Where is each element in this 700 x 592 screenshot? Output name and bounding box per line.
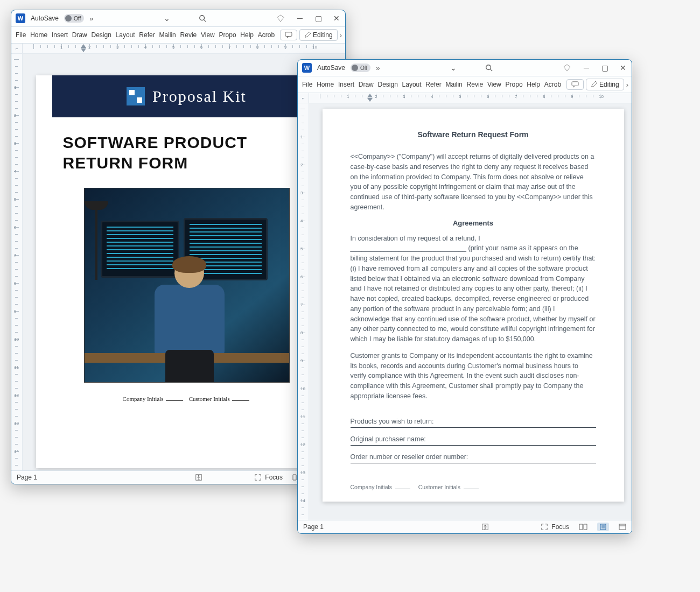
qat-overflow-icon[interactable]: » [376,64,380,72]
read-mode-icon[interactable] [579,524,587,530]
tab-home[interactable]: Home [316,79,335,90]
svg-line-1 [204,20,206,22]
svg-marker-14 [564,65,570,71]
autosave-state: Off [360,65,367,71]
tab-view[interactable]: View [486,79,502,90]
svg-marker-2 [277,15,284,22]
tab-references[interactable]: Refer [424,79,442,90]
minimize-button[interactable]: ─ [296,14,304,23]
tab-file[interactable]: File [15,29,27,41]
dropdown-icon[interactable]: ⌄ [163,14,171,23]
maximize-button[interactable]: ▢ [600,64,609,72]
tab-help[interactable]: Help [239,29,254,41]
proposal-kit-logo-icon [127,87,145,105]
ribbon: File Home Insert Draw Design Layout Refe… [298,76,632,93]
tab-design[interactable]: Design [90,29,113,41]
ribbon-overflow-icon[interactable]: › [626,81,628,89]
document-page: Software Return Request Form <<Company>>… [323,109,624,502]
vertical-ruler[interactable]: 123456789101112131415 [11,54,23,470]
search-icon[interactable] [198,14,207,23]
tab-insert[interactable]: Insert [337,79,355,90]
svg-rect-15 [572,82,578,86]
diamond-icon[interactable] [276,14,285,23]
web-layout-icon[interactable] [619,524,626,530]
hanging-indent[interactable] [81,48,86,52]
tab-references[interactable]: Refer [138,29,156,41]
accessibility-icon[interactable] [195,474,202,481]
hanging-indent[interactable] [367,98,373,102]
intro-paragraph: <<Company>> ("Company") will accept retu… [351,152,596,213]
field-purchaser: Original purchaser name: [351,435,596,446]
audit-paragraph: Customer grants to Company or its indepe… [351,351,596,401]
field-order: Order number or reseller order number: [351,453,596,463]
tab-layout[interactable]: Layout [115,29,136,41]
horizontal-ruler[interactable]: ⌐ 12345678910 [298,93,632,103]
svg-point-12 [486,65,491,70]
tab-mailings[interactable]: Mailin [444,79,463,90]
editing-mode-button[interactable]: Editing [586,79,624,90]
editing-label: Editing [313,31,333,39]
tab-acrobat[interactable]: Acrob [257,29,276,41]
initials-footer: Company Initials Customer Initials [36,396,338,402]
ribbon-overflow-icon[interactable]: › [340,31,342,39]
tab-draw[interactable]: Draw [358,79,375,90]
page-indicator[interactable]: Page 1 [303,523,324,531]
tab-layout[interactable]: Layout [401,79,423,90]
focus-mode-button[interactable]: Focus [254,474,283,481]
tab-review[interactable]: Revie [466,79,484,90]
brand-name: Proposal Kit [152,87,247,105]
maximize-button[interactable]: ▢ [314,14,323,23]
diamond-icon[interactable] [563,64,571,72]
company-initials-label: Company Initials [123,396,164,402]
tab-draw[interactable]: Draw [71,29,88,41]
first-line-indent[interactable] [367,94,373,97]
svg-rect-22 [619,524,626,530]
tab-acrobat[interactable]: Acrob [543,79,562,90]
brand-banner: Proposal Kit [52,75,321,117]
tab-proposal[interactable]: Propo [218,29,237,41]
tab-help[interactable]: Help [526,79,541,90]
close-button[interactable]: ✕ [332,14,341,23]
focus-mode-button[interactable]: Focus [541,523,569,531]
autosave-toggle[interactable]: Off [351,64,370,72]
page-indicator[interactable]: Page 1 [17,474,37,481]
autosave-toggle[interactable]: Off [64,14,84,23]
svg-line-13 [491,69,493,72]
dropdown-icon[interactable]: ⌄ [449,64,458,72]
minimize-button[interactable]: ─ [582,64,591,72]
first-line-indent[interactable] [81,44,86,48]
svg-rect-3 [285,32,292,37]
word-app-icon [302,63,312,73]
accessibility-icon[interactable] [481,523,489,531]
customer-initials-label: Customer Initials [189,396,230,402]
status-bar: Page 1 Focus [11,470,345,484]
qat-overflow-icon[interactable]: » [89,15,93,23]
svg-point-0 [200,16,205,20]
tab-design[interactable]: Design [377,79,399,90]
titlebar: AutoSave Off » ⌄ ─ ▢ ✕ [11,10,345,27]
vertical-ruler[interactable]: 123456789101112131415 [298,103,309,520]
document-canvas[interactable]: Software Return Request Form <<Company>>… [309,103,632,520]
tab-file[interactable]: File [301,79,313,90]
tab-mailings[interactable]: Mailin [158,29,177,41]
ribbon: File Home Insert Draw Design Layout Refe… [11,27,345,44]
close-button[interactable]: ✕ [619,64,627,72]
svg-point-5 [198,475,200,477]
tab-insert[interactable]: Insert [51,29,69,41]
tab-review[interactable]: Revie [179,29,198,41]
comments-button[interactable] [566,79,584,90]
comments-button[interactable] [280,30,297,40]
document-title: SOFTWARE PRODUCT RETURN FORM [36,117,338,178]
horizontal-ruler[interactable]: ⌐ 12345678910 [11,44,345,54]
company-initials-label: Company Initials [351,484,393,490]
tab-proposal[interactable]: Propo [505,79,524,90]
title-line-1: SOFTWARE PRODUCT [63,132,311,153]
print-layout-icon[interactable] [597,523,609,531]
word-window-1: AutoSave Off » ⌄ ─ ▢ ✕ File Home Insert … [11,10,346,484]
tab-view[interactable]: View [200,29,216,41]
search-icon[interactable] [485,64,493,72]
editing-mode-button[interactable]: Editing [299,29,338,41]
tab-home[interactable]: Home [29,29,48,41]
cover-photo [84,188,290,383]
customer-initials-label: Customer Initials [418,484,460,490]
